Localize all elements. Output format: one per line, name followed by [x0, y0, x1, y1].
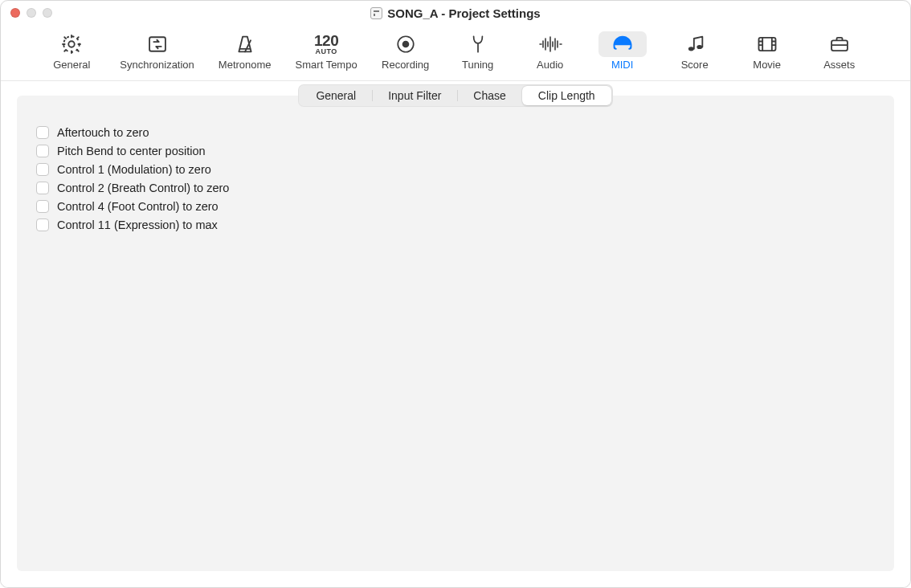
option-row-cc2: Control 2 (Breath Control) to zero [36, 182, 875, 194]
svg-point-7 [625, 43, 627, 45]
zoom-button[interactable] [43, 8, 52, 18]
toolbar-item-score[interactable]: Score [666, 30, 724, 72]
subtab-clip-length[interactable]: Clip Length [522, 86, 611, 105]
subtab-label: General [316, 89, 356, 102]
toolbar-label: Score [681, 59, 709, 71]
svg-point-9 [697, 45, 702, 49]
clip-length-options: Aftertouch to zero Pitch Bend to center … [25, 108, 886, 231]
movie-icon [743, 31, 791, 57]
option-label: Control 4 (Foot Control) to zero [57, 200, 219, 213]
subtab-label: Chase [473, 89, 505, 102]
checkbox-cc11[interactable] [36, 218, 49, 231]
score-icon [671, 31, 719, 57]
project-settings-window: SONG_A - Project Settings General Synchr… [0, 0, 911, 588]
svg-point-0 [69, 41, 75, 47]
toolbar-label: Synchronization [120, 59, 194, 71]
gear-icon [47, 31, 96, 57]
option-label: Control 11 (Expression) to max [57, 218, 218, 231]
svg-point-5 [618, 43, 620, 45]
toolbar-label: Tuning [462, 59, 493, 71]
subtab-chase[interactable]: Chase [457, 86, 521, 105]
toolbar-label: Metronome [219, 59, 272, 71]
option-row-pitch-bend: Pitch Bend to center position [36, 145, 875, 157]
midi-icon [598, 31, 647, 57]
toolbar-item-metronome[interactable]: Metronome [214, 30, 276, 72]
settings-panel: General Input Filter Chase Clip Length [17, 96, 894, 571]
toolbar-item-audio[interactable]: Audio [521, 30, 579, 72]
window-controls [10, 8, 52, 18]
metronome-icon [221, 31, 269, 57]
tuning-fork-icon [454, 31, 502, 57]
toolbar-label: Assets [823, 59, 855, 71]
subtab-general[interactable]: General [300, 86, 372, 105]
option-label: Control 2 (Breath Control) to zero [57, 182, 229, 194]
briefcase-icon [815, 31, 864, 57]
subtab-label: Clip Length [538, 89, 595, 102]
checkbox-cc1[interactable] [36, 163, 49, 176]
toolbar-item-midi[interactable]: MIDI [594, 30, 652, 72]
toolbar-item-synchronization[interactable]: Synchronization [115, 30, 199, 72]
svg-point-4 [402, 41, 409, 48]
svg-point-8 [688, 47, 693, 51]
toolbar-label: General [53, 59, 90, 71]
toolbar-item-assets[interactable]: Assets [811, 30, 868, 72]
toolbar-item-smart-tempo[interactable]: 120 AUTO Smart Tempo [291, 30, 362, 72]
toolbar-item-recording[interactable]: Recording [377, 30, 435, 72]
minimize-button[interactable] [27, 8, 36, 18]
close-button[interactable] [10, 8, 20, 18]
toolbar: General Synchronization Metronome 120 AU… [1, 25, 910, 81]
option-label: Control 1 (Modulation) to zero [57, 163, 211, 176]
toolbar-label: Smart Tempo [296, 59, 357, 71]
checkbox-pitch-bend[interactable] [36, 145, 49, 157]
tempo-value: 120 [314, 34, 338, 47]
option-row-cc11: Control 11 (Expression) to max [36, 218, 875, 231]
checkbox-cc2[interactable] [36, 182, 49, 194]
svg-rect-10 [758, 38, 775, 51]
content-area: General Input Filter Chase Clip Length [1, 81, 910, 587]
waveform-icon [526, 31, 574, 57]
toolbar-label: MIDI [611, 59, 633, 71]
subtab-input-filter[interactable]: Input Filter [372, 86, 457, 105]
toolbar-item-movie[interactable]: Movie [738, 30, 796, 72]
svg-point-6 [621, 41, 623, 43]
window-title: SONG_A - Project Settings [387, 6, 540, 20]
titlebar: SONG_A - Project Settings [1, 1, 910, 25]
option-row-cc4: Control 4 (Foot Control) to zero [36, 200, 875, 213]
subtab-bar: General Input Filter Chase Clip Length [298, 84, 612, 107]
checkbox-aftertouch[interactable] [36, 126, 49, 139]
project-icon [370, 7, 382, 19]
toolbar-item-tuning[interactable]: Tuning [449, 30, 507, 72]
toolbar-item-general[interactable]: General [43, 30, 100, 72]
option-label: Pitch Bend to center position [57, 145, 206, 157]
option-row-aftertouch: Aftertouch to zero [36, 126, 875, 139]
option-row-cc1: Control 1 (Modulation) to zero [36, 163, 875, 176]
sync-icon [133, 31, 182, 57]
svg-rect-2 [149, 37, 165, 51]
record-icon [382, 31, 430, 57]
checkbox-cc4[interactable] [36, 200, 49, 213]
toolbar-label: Recording [382, 59, 429, 71]
tempo-auto-label: AUTO [314, 48, 338, 55]
smart-tempo-icon: 120 AUTO [302, 31, 350, 57]
toolbar-label: Movie [753, 59, 781, 71]
option-label: Aftertouch to zero [57, 126, 149, 139]
toolbar-label: Audio [537, 59, 563, 71]
subtab-label: Input Filter [388, 89, 441, 102]
